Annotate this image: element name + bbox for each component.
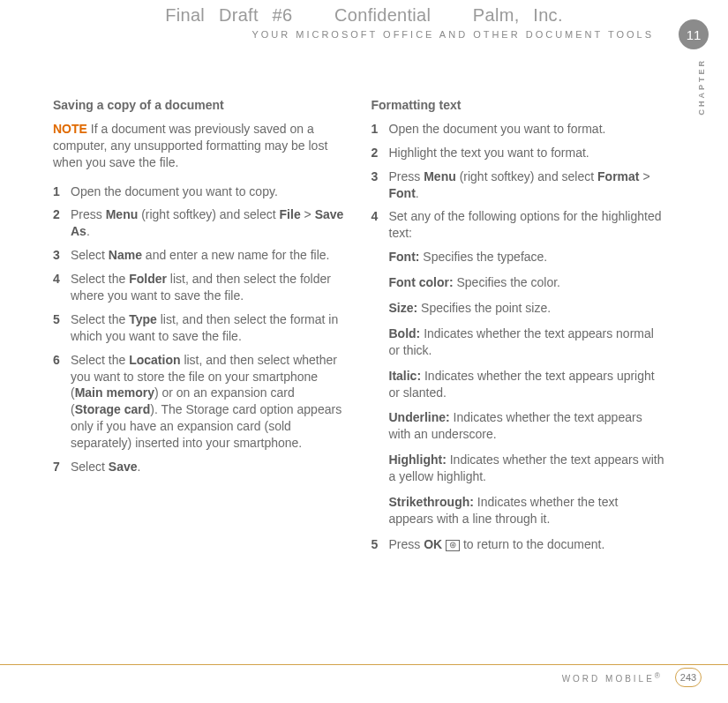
- draft-header: Final Draft #6 Confidential Palm, Inc.: [0, 5, 728, 26]
- opt-strikethrough: Strikethrough: Indicates whether the tex…: [389, 494, 665, 527]
- rstep-5: 5 Press OK ⊛ to return to the document.: [372, 536, 665, 553]
- opt-italic: Italic: Indicates whether the text appea…: [389, 368, 665, 401]
- rstep-3: 3 Press Menu (right softkey) and select …: [372, 168, 665, 202]
- left-column: Saving a copy of a document NOTE If a do…: [53, 97, 347, 560]
- footer-rule: [0, 664, 728, 665]
- opt-font: Font: Specifies the typeface.: [389, 249, 665, 265]
- step-4: 4 Select the Folder list, and then selec…: [53, 271, 347, 304]
- step-2: 2 Press Menu (right softkey) and select …: [53, 206, 347, 240]
- opt-size: Size: Specifies the point size.: [389, 300, 665, 317]
- rstep-4: 4 Set any of the following options for t…: [372, 208, 665, 242]
- right-column: Formatting text 1 Open the document you …: [372, 97, 665, 560]
- step-7: 7 Select Save.: [53, 459, 347, 475]
- ok-button-icon: ⊛: [446, 540, 460, 551]
- note-paragraph: NOTE If a document was previously saved …: [53, 121, 347, 171]
- step-6: 6 Select the Location list, and then sel…: [53, 352, 347, 452]
- step-5: 5 Select the Type list, and then select …: [53, 311, 347, 345]
- opt-bold: Bold: Indicates whether the text appears…: [389, 325, 665, 359]
- rstep-1: 1 Open the document you want to format.: [372, 121, 665, 138]
- section-title-saving: Saving a copy of a document: [53, 97, 347, 114]
- running-head: YOUR MICROSOFT OFFICE AND OTHER DOCUMENT…: [0, 29, 728, 40]
- footer: WORD MOBILE® 243: [562, 668, 702, 687]
- section-title-formatting: Formatting text: [372, 97, 665, 114]
- side-chapter-label: CHAPTER: [697, 58, 706, 116]
- opt-font-color: Font color: Specifies the color.: [389, 274, 665, 291]
- opt-highlight: Highlight: Indicates whether the text ap…: [389, 452, 665, 485]
- page-number-badge: 243: [675, 668, 702, 687]
- step-3: 3 Select Name and enter a new name for t…: [53, 247, 347, 264]
- chapter-number-badge: 11: [679, 19, 709, 49]
- note-label: NOTE: [53, 122, 87, 136]
- opt-underline: Underline: Indicates whether the text ap…: [389, 409, 665, 443]
- rstep-2: 2 Highlight the text you want to format.: [372, 145, 665, 161]
- step-1: 1 Open the document you want to copy.: [53, 183, 347, 200]
- footer-section: WORD MOBILE®: [562, 671, 663, 684]
